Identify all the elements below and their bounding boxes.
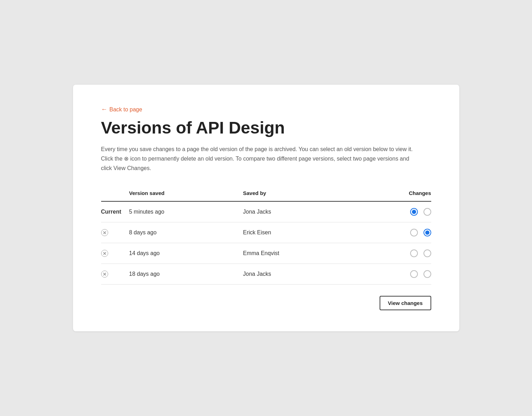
versions-table: Version saved Saved by Changes Current5 … xyxy=(101,190,431,285)
table-row: 8 days agoErick Eisen xyxy=(101,222,431,243)
delete-cell xyxy=(101,222,129,243)
delete-cell xyxy=(101,264,129,284)
radio-cell xyxy=(360,222,431,243)
view-changes-button[interactable]: View changes xyxy=(380,296,431,310)
table-row: 18 days agoJona Jacks xyxy=(101,264,431,284)
table-row: 14 days agoEmma Enqvist xyxy=(101,243,431,264)
delete-version-icon[interactable] xyxy=(101,250,108,257)
radio-a-v2[interactable] xyxy=(410,229,418,236)
current-label: Current xyxy=(101,201,129,222)
col-header-changes: Changes xyxy=(360,190,431,201)
col-header-saved-by: Saved by xyxy=(243,190,360,201)
description-text: Every time you save changes to a page th… xyxy=(101,144,417,173)
view-changes-row: View changes xyxy=(101,296,431,310)
back-to-page-label: Back to page xyxy=(110,106,142,113)
col-header-version-saved: Version saved xyxy=(129,190,243,201)
radio-a-v4[interactable] xyxy=(410,270,418,278)
delete-version-icon[interactable] xyxy=(101,271,108,278)
saved-by-cell: Emma Enqvist xyxy=(243,243,360,264)
version-saved-cell: 8 days ago xyxy=(129,222,243,243)
radio-cell xyxy=(360,201,431,222)
saved-by-cell: Jona Jacks xyxy=(243,264,360,284)
main-card: ← Back to page Versions of API Design Ev… xyxy=(73,85,459,331)
version-saved-cell: 18 days ago xyxy=(129,264,243,284)
radio-b-current[interactable] xyxy=(423,208,431,216)
radio-a-v3[interactable] xyxy=(410,249,418,257)
saved-by-cell: Jona Jacks xyxy=(243,201,360,222)
radio-b-v4[interactable] xyxy=(423,270,431,278)
radio-cell xyxy=(360,264,431,284)
table-row: Current5 minutes agoJona Jacks xyxy=(101,201,431,222)
col-header-empty xyxy=(101,190,129,201)
table-header-row: Version saved Saved by Changes xyxy=(101,190,431,201)
delete-version-icon[interactable] xyxy=(101,229,108,236)
version-saved-cell: 14 days ago xyxy=(129,243,243,264)
back-arrow-icon: ← xyxy=(101,106,107,113)
page-title: Versions of API Design xyxy=(101,119,431,137)
radio-b-v3[interactable] xyxy=(423,249,431,257)
back-to-page-link[interactable]: ← Back to page xyxy=(101,106,142,113)
radio-b-v2[interactable] xyxy=(423,229,431,236)
delete-cell xyxy=(101,243,129,264)
version-saved-cell: 5 minutes ago xyxy=(129,201,243,222)
radio-cell xyxy=(360,243,431,264)
saved-by-cell: Erick Eisen xyxy=(243,222,360,243)
radio-a-current[interactable] xyxy=(410,208,418,216)
